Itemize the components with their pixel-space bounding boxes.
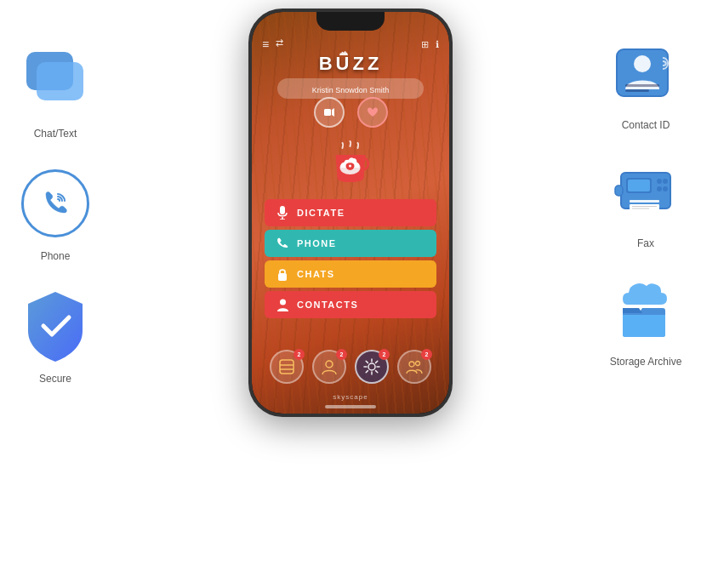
left-icons-panel: Chat/Text Phone (17, 43, 94, 385)
phone-menu-btn[interactable]: PHONE (265, 230, 436, 257)
phone-icon-box (17, 165, 94, 242)
svg-point-18 (416, 362, 420, 366)
chat-icon-item[interactable]: Chat/Text (17, 43, 94, 140)
dictate-btn[interactable]: DICTATE (265, 199, 436, 226)
contact-id-icon (610, 37, 682, 109)
dock-settings[interactable]: 2 (355, 350, 389, 384)
svg-point-16 (368, 363, 375, 370)
dock-exchange[interactable]: 2 (270, 350, 304, 384)
svg-rect-36 (615, 186, 623, 196)
dock-badge-2: 2 (336, 349, 347, 360)
phone-mockup: ≡ ⇄ ⊞ ℹ BUZZ Kristin Snowdon Smith (248, 9, 453, 417)
chat-icon-label: Chat/Text (34, 128, 77, 140)
video-action-btn[interactable] (314, 97, 345, 128)
swap-icon[interactable]: ⇄ (276, 37, 283, 51)
svg-rect-23 (625, 89, 649, 92)
header-right-icons: ⊞ ℹ (421, 39, 439, 50)
contacts-btn[interactable]: CONTACTS (265, 291, 436, 318)
shield-icon-box (17, 288, 94, 364)
phone-icon (21, 169, 89, 237)
app-title-area: BUZZ (252, 53, 449, 75)
svg-point-17 (409, 362, 414, 367)
svg-marker-3 (332, 108, 334, 117)
svg-point-31 (663, 186, 668, 191)
svg-point-28 (657, 179, 662, 184)
menu-icon[interactable]: ≡ (262, 37, 269, 51)
phone-icon-item[interactable]: Phone (17, 165, 94, 262)
mic-icon (275, 205, 290, 220)
phone-svg (39, 187, 71, 220)
svg-rect-32 (630, 200, 659, 203)
dock-badge-1: 2 (294, 349, 305, 360)
chats-label: CHATS (297, 269, 335, 279)
phone-frame: ≡ ⇄ ⊞ ℹ BUZZ Kristin Snowdon Smith (248, 9, 453, 417)
phone-menu-label: PHONE (297, 238, 337, 248)
svg-point-15 (326, 361, 333, 368)
user-name-text: Kristin Snowdon Smith (312, 86, 390, 94)
info-icon[interactable]: ℹ (436, 39, 439, 50)
shield-icon (21, 288, 89, 363)
app-title-text: BUZZ (252, 53, 449, 75)
svg-point-21 (634, 55, 651, 72)
svg-rect-22 (625, 84, 659, 87)
fax-icon (611, 156, 681, 225)
dock-badge-3: 2 (379, 349, 390, 360)
contacts-label: CONTACTS (297, 300, 358, 310)
svg-rect-10 (278, 273, 287, 281)
fax-icon-item[interactable]: Fax (607, 152, 684, 249)
svg-point-29 (663, 179, 668, 184)
archive-label: Storage Archive (610, 356, 682, 368)
dock-contacts[interactable]: 2 (312, 350, 346, 384)
contact-id-box (607, 34, 684, 111)
svg-rect-27 (628, 180, 650, 191)
heart-action-btn[interactable] (357, 97, 388, 128)
action-row (252, 97, 449, 128)
mascot-area (328, 140, 374, 194)
svg-rect-2 (324, 109, 331, 116)
fax-label: Fax (637, 237, 654, 249)
svg-rect-7 (280, 206, 285, 214)
svg-rect-33 (630, 204, 659, 211)
chat-icon (20, 45, 92, 117)
archive-icon-item[interactable]: Storage Archive (607, 271, 684, 368)
home-bar (325, 405, 376, 408)
phone-screen: ≡ ⇄ ⊞ ℹ BUZZ Kristin Snowdon Smith (252, 12, 449, 414)
lock-icon (275, 266, 290, 282)
svg-rect-1 (37, 62, 83, 100)
dock-people[interactable]: 2 (397, 350, 431, 384)
fax-box (607, 152, 684, 229)
archive-icon (610, 271, 682, 347)
svg-point-6 (349, 165, 351, 168)
header-left-icons: ≡ ⇄ (262, 37, 283, 51)
bottom-dock: 2 2 2 2 (252, 350, 449, 384)
svg-point-11 (280, 299, 286, 305)
chat-icon-box (17, 43, 94, 119)
skyscape-footer: skyscape (252, 393, 449, 401)
grid-icon[interactable]: ⊞ (421, 39, 429, 50)
archive-box (607, 271, 684, 347)
dictate-label: DICTATE (297, 208, 345, 218)
right-icons-panel: Contact ID (607, 34, 684, 368)
dock-badge-4: 2 (421, 349, 432, 360)
shield-icon-label: Secure (39, 373, 71, 385)
phone-icon-label: Phone (41, 250, 71, 262)
shield-icon-item[interactable]: Secure (17, 288, 94, 385)
mascot-icon (328, 140, 374, 191)
svg-rect-12 (280, 360, 294, 374)
user-name-bar: Kristin Snowdon Smith (277, 78, 424, 99)
chats-btn[interactable]: CHATS (265, 260, 436, 288)
contact-id-icon-item[interactable]: Contact ID (607, 34, 684, 131)
phone-menu-icon (275, 236, 290, 251)
phone-notch (316, 12, 385, 31)
svg-point-30 (657, 186, 662, 191)
menu-buttons: DICTATE PHONE CHATS (265, 199, 436, 318)
person-icon (275, 297, 290, 312)
contact-id-label: Contact ID (622, 119, 670, 131)
